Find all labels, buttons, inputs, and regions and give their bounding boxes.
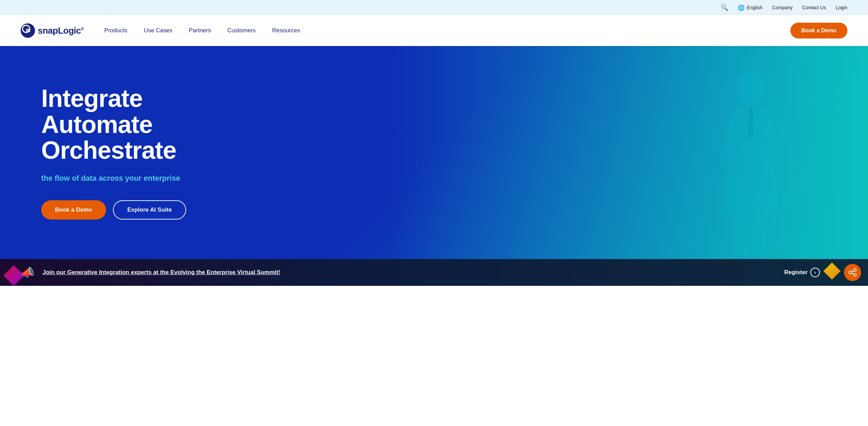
nav-use-cases[interactable]: Use Cases <box>144 27 172 34</box>
trademark-symbol: ® <box>81 26 84 31</box>
banner-register-button[interactable]: Register › <box>784 268 820 277</box>
nav-resources[interactable]: Resources <box>272 27 300 34</box>
hero-content: Integrate Automate Orchestrate the flow … <box>0 86 227 220</box>
top-bar: 🔍 🌐 English Company Contact Us Login <box>0 0 868 15</box>
hero-book-demo-button[interactable]: Book a Demo <box>41 200 106 220</box>
svg-line-17 <box>852 273 854 274</box>
hero-buttons: Book a Demo Explore AI Suite <box>41 200 186 220</box>
banner-right-decoration <box>823 262 841 280</box>
svg-point-15 <box>854 273 856 276</box>
logo[interactable]: snapLogic® <box>21 23 84 38</box>
hero-person-silhouette <box>703 67 799 259</box>
contact-link[interactable]: Contact Us <box>802 5 826 10</box>
nav-book-demo-button[interactable]: Book a Demo <box>790 23 847 38</box>
company-link[interactable]: Company <box>772 5 793 10</box>
svg-point-14 <box>854 269 856 271</box>
nav-links: Products Use Cases Partners Customers Re… <box>104 27 790 34</box>
nav-customers[interactable]: Customers <box>227 27 255 34</box>
language-selector[interactable]: 🌐 English <box>738 4 763 11</box>
search-button[interactable]: 🔍 <box>721 4 728 11</box>
hero-subtitle: the flow of data across your enterprise <box>41 173 186 184</box>
banner-megaphone-icon: 📣 <box>21 266 34 279</box>
svg-point-0 <box>737 70 764 104</box>
nav-partners[interactable]: Partners <box>189 27 211 34</box>
svg-rect-5 <box>752 211 768 256</box>
svg-line-16 <box>852 271 854 272</box>
logo-text: snapLogic® <box>38 25 84 36</box>
banner-event-text[interactable]: Join our Generative Integration experts … <box>43 269 784 276</box>
main-navigation: snapLogic® Products Use Cases Partners C… <box>0 15 868 46</box>
globe-icon: 🌐 <box>738 4 745 11</box>
hero-title: Integrate Automate Orchestrate <box>41 86 186 164</box>
svg-rect-4 <box>733 211 749 256</box>
banner-register-circle-icon: › <box>810 268 820 277</box>
connect-brand-icon <box>844 264 861 281</box>
svg-point-13 <box>849 271 852 274</box>
nav-products[interactable]: Products <box>104 27 127 34</box>
hero-section: Integrate Automate Orchestrate the flow … <box>0 46 868 259</box>
search-icon: 🔍 <box>721 4 728 11</box>
bottom-banner: 📣 Join our Generative Integration expert… <box>0 259 868 286</box>
login-link[interactable]: Login <box>836 5 847 10</box>
hero-explore-ai-button[interactable]: Explore AI Suite <box>113 200 186 220</box>
logo-icon <box>21 23 35 38</box>
